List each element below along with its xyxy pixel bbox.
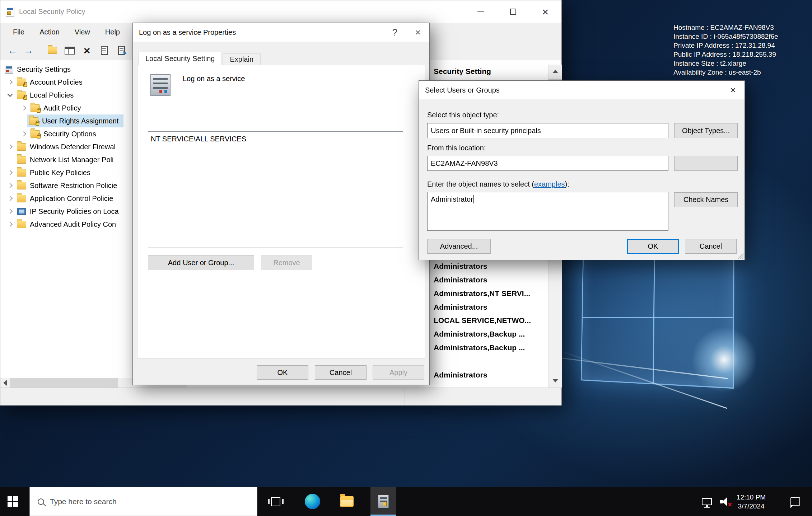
taskbar-clock[interactable]: 12:10 PM 3/7/2024 [729, 487, 774, 516]
folder-icon [17, 143, 26, 151]
folder-icon [17, 182, 26, 189]
close-button[interactable]: × [529, 0, 561, 23]
tree-item-local-policies[interactable]: Local Policies [8, 89, 74, 102]
select-users-groups-dialog: Select Users or Groups × Select this obj… [419, 80, 745, 260]
object-names-input[interactable]: Administrator [427, 192, 668, 231]
tree-item-account-policies[interactable]: Account Policies [8, 76, 83, 89]
chevron-right-icon[interactable] [21, 131, 26, 136]
window-title: Local Security Policy [19, 8, 85, 16]
tree-item-audit-policy[interactable]: Audit Policy [22, 102, 81, 114]
ok-button[interactable]: OK [627, 239, 679, 254]
security-setting-value[interactable]: Administrators [434, 300, 487, 314]
security-settings-icon [5, 65, 13, 74]
toolbar-export-list-button[interactable] [113, 42, 130, 59]
toolbar-forward-button[interactable]: → [20, 46, 36, 56]
clock-time: 12:10 PM [737, 493, 766, 502]
tree-item-windows-defender-firewall[interactable]: Windows Defender Firewal [8, 140, 116, 153]
security-setting-value[interactable]: Administrators,NT SERVI... [434, 287, 530, 300]
object-type-field[interactable]: Users or Built-in security principals [427, 123, 668, 138]
info-line: Public IP Address : 18.218.255.39 [673, 50, 778, 59]
security-setting-value[interactable]: Administrators [434, 259, 487, 273]
folder-icon [17, 156, 26, 164]
help-button[interactable]: ? [383, 23, 406, 42]
maximize-button[interactable] [497, 0, 529, 23]
tree-item-application-control-policies[interactable]: Application Control Policie [8, 192, 113, 205]
info-line: Availability Zone : us-east-2b [673, 68, 778, 77]
menu-action[interactable]: Action [32, 28, 67, 36]
tree-item-advanced-audit-policy[interactable]: Advanced Audit Policy Con [8, 218, 116, 231]
cancel-button[interactable]: Cancel [315, 365, 367, 380]
local-security-policy-icon [378, 495, 389, 508]
chevron-right-icon[interactable] [8, 80, 13, 85]
close-button[interactable]: × [406, 23, 429, 42]
scroll-down-button[interactable] [549, 374, 562, 388]
tree-item-software-restriction-policies[interactable]: Software Restriction Policie [8, 179, 117, 192]
cancel-button[interactable]: Cancel [685, 239, 737, 254]
security-setting-value[interactable]: Administrators,Backup ... [434, 341, 525, 355]
edge-button[interactable] [302, 487, 323, 516]
security-setting-value[interactable]: Administrators [434, 273, 487, 287]
service-accounts-list[interactable]: NT SERVICE\ALL SERVICES [148, 131, 403, 248]
taskbar: × 12:10 PM 3/7/2024 [0, 487, 812, 516]
action-center-button[interactable] [784, 487, 806, 516]
security-setting-value[interactable]: LOCAL SERVICE,NETWO... [434, 314, 531, 327]
active-app-indicator [370, 515, 396, 516]
chevron-right-icon[interactable] [8, 196, 13, 201]
chevron-right-icon[interactable] [8, 144, 13, 149]
policy-name: Log on as a service [183, 74, 245, 84]
maximize-icon [510, 9, 516, 15]
examples-link[interactable]: examples [534, 180, 565, 188]
minimize-icon [477, 11, 484, 12]
delete-icon: × [84, 45, 90, 56]
tree-item-security-options[interactable]: Security Options [22, 127, 96, 140]
toolbar-console-tree-button[interactable] [61, 42, 78, 59]
chevron-right-icon[interactable] [8, 209, 13, 214]
tree-item-public-key-policies[interactable]: Public Key Policies [8, 166, 90, 179]
list-item[interactable]: NT SERVICE\ALL SERVICES [151, 133, 403, 144]
tab-local-security-setting[interactable]: Local Security Setting [138, 52, 222, 65]
chevron-right-icon[interactable] [8, 222, 13, 227]
chevron-down-icon[interactable] [8, 92, 13, 97]
chevron-right-icon[interactable] [8, 170, 13, 175]
scroll-up-button[interactable] [549, 65, 562, 78]
tree-item-user-rights-assignment[interactable]: User Rights Assignment [27, 114, 123, 127]
location-field[interactable]: EC2AMAZ-FAN98V3 [427, 156, 668, 171]
toolbar-back-button[interactable]: ← [5, 46, 20, 56]
toolbar-delete-button[interactable]: × [78, 42, 95, 59]
security-setting-value[interactable]: Administrators,Backup ... [434, 327, 525, 341]
chevron-right-icon[interactable] [21, 105, 26, 111]
scrollbar-thumb[interactable] [10, 378, 118, 388]
minimize-button[interactable] [465, 0, 497, 23]
chevron-right-icon[interactable] [8, 183, 13, 188]
tab-explain[interactable]: Explain [223, 53, 261, 65]
lock-overlay-icon [23, 84, 27, 87]
toolbar-export-button[interactable] [44, 42, 61, 59]
object-types-button[interactable]: Object Types... [674, 123, 738, 138]
arrow-up-icon [552, 70, 558, 73]
resize-grip[interactable] [738, 253, 743, 259]
menu-file[interactable]: File [5, 28, 32, 36]
start-button[interactable] [0, 487, 25, 516]
network-tray-button[interactable] [699, 487, 715, 516]
tree-item-security-settings[interactable]: Security Settings [5, 63, 71, 76]
file-explorer-button[interactable] [336, 487, 358, 516]
menu-help[interactable]: Help [98, 28, 127, 36]
toolbar-properties-button[interactable] [95, 42, 113, 59]
tree-item-ip-security-policies[interactable]: IP Security Policies on Loca [8, 205, 119, 218]
close-button[interactable]: × [722, 81, 745, 99]
menu-view[interactable]: View [67, 28, 98, 36]
check-names-button[interactable]: Check Names [674, 192, 738, 207]
clock-date: 3/7/2024 [738, 502, 765, 511]
edge-icon [305, 494, 320, 509]
scroll-left-button[interactable] [0, 378, 10, 388]
search-input[interactable] [50, 497, 237, 506]
tree-item-network-list-manager[interactable]: Network List Manager Poli [17, 153, 113, 166]
local-security-policy-taskbar-button[interactable] [370, 487, 396, 516]
task-view-button[interactable] [266, 487, 286, 516]
taskbar-search[interactable] [29, 487, 257, 516]
advanced-button[interactable]: Advanced... [427, 239, 491, 254]
add-user-or-group-button[interactable]: Add User or Group... [148, 255, 254, 270]
locations-button[interactable] [674, 156, 738, 171]
ok-button[interactable]: OK [257, 365, 308, 380]
security-setting-value[interactable]: Administrators [434, 368, 487, 382]
